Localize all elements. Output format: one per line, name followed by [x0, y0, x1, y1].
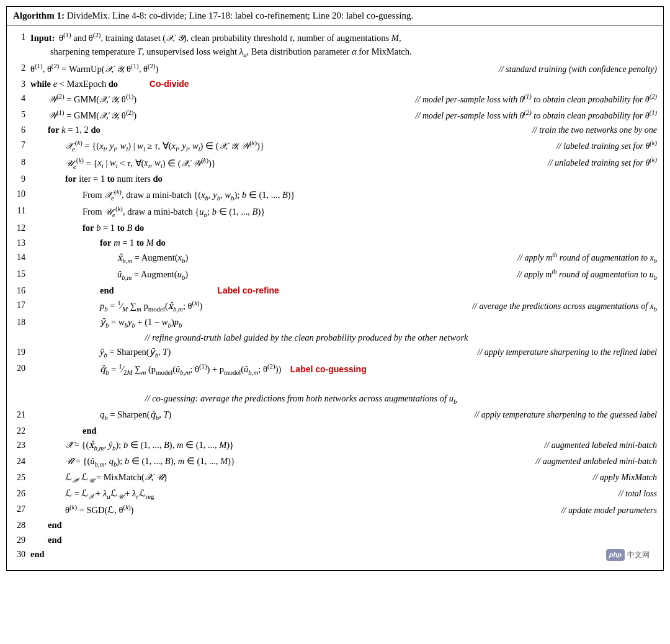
line-content-18: ȳb = wbyb + (1 − wb)pb // refine ground-…: [30, 315, 657, 344]
php-text: 中文网: [627, 549, 650, 561]
line-6: 6 for k = 1, 2 do // train the two netwo…: [13, 123, 657, 137]
line-content-6: for k = 1, 2 do // train the two network…: [30, 123, 657, 137]
line-num-28: 28: [13, 518, 30, 532]
line-num-24: 24: [13, 454, 30, 468]
line-2: 2 θ(1), θ(2) = WarmUp(𝒳, 𝒴, θ(1), θ(2)) …: [13, 61, 657, 76]
line-content-25: ℒ𝒳, ℒ𝒰 = MixMatch(𝒳̂, 𝒰̂) // apply MixMa…: [30, 470, 657, 486]
line-10: 10 From 𝒳e(k), draw a mini-batch {(xb, y…: [13, 187, 657, 203]
line-content-24: 𝒰̂ = {(ûb,m, qb); b ∈ (1, ..., B), m ∈ (…: [30, 454, 657, 470]
line-23: 23 𝒳̂ = {(x̂b,m, ŷb); b ∈ (1, ..., B), m…: [13, 438, 657, 454]
line-3: 3 while e < MaxEpoch do Co-divide: [13, 77, 657, 91]
algorithm-box: Algorithm 1: DivideMix. Line 4-8: co-div…: [6, 6, 664, 571]
line-content-12: for b = 1 to B do: [30, 221, 657, 235]
line-8: 8 𝒰e(k) = {xi | wi < τ, ∀(xi, wi) ∈ (𝒳, …: [13, 155, 657, 172]
line-num-14: 14: [13, 250, 30, 264]
line-num-3: 3: [13, 77, 30, 91]
line-5: 5 𝒲(1) = GMM(𝒳, 𝒴, θ(2)) // model per-sa…: [13, 107, 657, 123]
line-content-11: From 𝒰e(k), draw a mini-batch {ub; b ∈ (…: [30, 203, 657, 220]
line-num-1: 1: [13, 30, 30, 44]
line-content-1: Input: θ(1) and θ(2), training dataset (…: [30, 30, 657, 60]
line-content-10: From 𝒳e(k), draw a mini-batch {(xb, yb, …: [30, 187, 657, 203]
line-num-10: 10: [13, 187, 30, 201]
line-num-18: 18: [13, 315, 30, 329]
line-4: 4 𝒲(2) = GMM(𝒳, 𝒴, θ(1)) // model per-sa…: [13, 91, 657, 107]
line-14: 14 x̂b,m = Augment(xb) // apply mth roun…: [13, 250, 657, 266]
line-content-23: 𝒳̂ = {(x̂b,m, ŷb); b ∈ (1, ..., B), m ∈ …: [30, 438, 657, 454]
line-29: 29 end: [13, 533, 657, 547]
line-num-7: 7: [13, 138, 30, 152]
line-num-22: 22: [13, 424, 30, 438]
line-num-11: 11: [13, 203, 30, 218]
line-content-7: 𝒳e(k) = {(xi, yi, wi) | wi ≥ τ, ∀(xi, yi…: [30, 138, 657, 154]
line-content-29: end: [30, 533, 657, 547]
line-num-25: 25: [13, 470, 30, 485]
line-11: 11 From 𝒰e(k), draw a mini-batch {ub; b …: [13, 203, 657, 220]
line-content-22: end: [30, 424, 657, 437]
line-num-23: 23: [13, 438, 30, 452]
line-num-30: 30: [13, 547, 30, 561]
line-content-30: end: [30, 547, 657, 561]
line-13: 13 for m = 1 to M do: [13, 236, 657, 250]
line-18: 18 ȳb = wbyb + (1 − wb)pb // refine grou…: [13, 315, 657, 344]
line-1: 1 Input: θ(1) and θ(2), training dataset…: [13, 30, 657, 60]
line-15: 15 ûb,m = Augment(ub) // apply mth round…: [13, 267, 657, 283]
line-num-6: 6: [13, 123, 30, 137]
line-content-13: for m = 1 to M do: [30, 236, 657, 249]
line-num-15: 15: [13, 267, 30, 281]
line-17: 17 pb = 1⁄M ∑m pmodel(x̂b,m; θ(k)) // av…: [13, 298, 657, 315]
line-content-3: while e < MaxEpoch do Co-divide: [30, 77, 657, 91]
php-badge: php: [606, 549, 625, 561]
line-num-16: 16: [13, 284, 30, 298]
line-content-9: for iter = 1 to num iters do: [30, 172, 657, 186]
line-12: 12 for b = 1 to B do: [13, 221, 657, 235]
line-content-4: 𝒲(2) = GMM(𝒳, 𝒴, θ(1)) // model per-samp…: [30, 91, 657, 107]
line-7: 7 𝒳e(k) = {(xi, yi, wi) | wi ≥ τ, ∀(xi, …: [13, 138, 657, 154]
line-num-19: 19: [13, 345, 30, 359]
line-num-2: 2: [13, 61, 30, 75]
algorithm-header: Algorithm 1: DivideMix. Line 4-8: co-div…: [7, 7, 663, 25]
line-num-12: 12: [13, 221, 30, 235]
line-27: 27 θ(k) = SGD(ℒ, θ(k)) // update model p…: [13, 502, 657, 517]
co-divide-label: Co-divide: [150, 79, 189, 89]
line-28: 28 end: [13, 518, 657, 532]
line-content-20: q̄b = 1⁄2M ∑m (pmodel(ûb,m; θ(1)) + pmod…: [30, 361, 657, 407]
line-num-20: 20: [13, 361, 30, 375]
line-num-26: 26: [13, 486, 30, 501]
label-corefine-label: Label co-refine: [217, 285, 279, 295]
line-9: 9 for iter = 1 to num iters do: [13, 172, 657, 186]
algorithm-title-desc: DivideMix. Line 4-8: co-divide; Line 17-…: [67, 11, 414, 20]
line-21: 21 qb = Sharpen(q̄b, T) // apply tempera…: [13, 408, 657, 423]
label-coguess-label: Label co-guessing: [290, 363, 367, 377]
line-num-21: 21: [13, 408, 30, 422]
line-num-17: 17: [13, 298, 30, 312]
line-30: 30 end php 中文网: [13, 547, 657, 566]
line-content-21: qb = Sharpen(q̄b, T) // apply temperatur…: [30, 408, 657, 423]
line-num-29: 29: [13, 533, 30, 547]
line-num-5: 5: [13, 107, 30, 122]
line-num-27: 27: [13, 502, 30, 516]
line-content-27: θ(k) = SGD(ℒ, θ(k)) // update model para…: [30, 502, 657, 517]
algorithm-title: Algorithm 1:: [13, 11, 65, 20]
line-20: 20 q̄b = 1⁄2M ∑m (pmodel(ûb,m; θ(1)) + p…: [13, 361, 657, 407]
line-num-13: 13: [13, 236, 30, 250]
algorithm-body: 1 Input: θ(1) and θ(2), training dataset…: [7, 25, 663, 570]
line-content-2: θ(1), θ(2) = WarmUp(𝒳, 𝒴, θ(1), θ(2)) //…: [30, 61, 657, 76]
line-22: 22 end: [13, 424, 657, 438]
line-num-9: 9: [13, 172, 30, 186]
php-logo: php 中文网: [606, 549, 650, 561]
line-16: 16 end Label co-refine: [13, 284, 657, 298]
line-content-5: 𝒲(1) = GMM(𝒳, 𝒴, θ(2)) // model per-samp…: [30, 107, 657, 123]
line-num-8: 8: [13, 155, 30, 169]
line-content-26: ℒ = ℒ𝒳 + λuℒ𝒰 + λrℒreg // total loss: [30, 486, 657, 502]
line-25: 25 ℒ𝒳, ℒ𝒰 = MixMatch(𝒳̂, 𝒰̂) // apply Mi…: [13, 470, 657, 486]
line-content-16: end Label co-refine: [30, 284, 657, 298]
line-26: 26 ℒ = ℒ𝒳 + λuℒ𝒰 + λrℒreg // total loss: [13, 486, 657, 502]
line-content-19: ŷb = Sharpen(ȳb, T) // apply temperature…: [30, 345, 657, 360]
line-content-28: end: [30, 518, 657, 532]
line-num-4: 4: [13, 91, 30, 105]
line-19: 19 ŷb = Sharpen(ȳb, T) // apply temperat…: [13, 345, 657, 360]
line-content-8: 𝒰e(k) = {xi | wi < τ, ∀(xi, wi) ∈ (𝒳, 𝒲(…: [30, 155, 657, 172]
line-content-17: pb = 1⁄M ∑m pmodel(x̂b,m; θ(k)) // avera…: [30, 298, 657, 315]
line-24: 24 𝒰̂ = {(ûb,m, qb); b ∈ (1, ..., B), m …: [13, 454, 657, 470]
line-content-14: x̂b,m = Augment(xb) // apply mth round o…: [30, 250, 657, 266]
